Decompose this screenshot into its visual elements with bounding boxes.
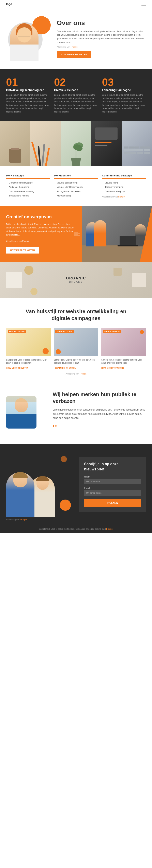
hamburger-line-3 (142, 5, 146, 5)
web-dev-credit: Afbeelding van Freepik (6, 373, 146, 375)
newsletter-submit-button[interactable]: INGENEN (84, 499, 141, 507)
step-2-desc: Lorem ipsum dolor sit amet, nunc quis th… (54, 93, 98, 113)
card-3-image: VOORBEELD KOP (101, 328, 146, 356)
card-1-text: Sample text. Click to select the text bo… (6, 358, 51, 364)
list-item: Visuele positionering (54, 181, 98, 185)
newsletter-title: Schrijf je in op onze (84, 462, 141, 466)
newsletter-area: Schrijf je in op onze nieuwsbrief Naam E… (73, 452, 146, 517)
steps-section: 01 Ontwikkeling Technologieën Lorem ipsu… (0, 69, 152, 121)
form-email-input[interactable] (84, 490, 141, 496)
over-ons-title: Over ons (57, 19, 146, 27)
organic-item-2 (30, 288, 37, 295)
card-2: VOORBEELD KOP Sample text. Click to sele… (54, 328, 98, 370)
creatief-title: Creatief ontwerpteam (6, 214, 76, 220)
organic-item-3 (113, 268, 122, 276)
hamburger-menu[interactable] (142, 3, 146, 5)
step-1: 01 Ontwikkeling Technologieën Lorem ipsu… (6, 77, 50, 113)
list-item: Visuele Ident (102, 181, 146, 185)
list-item: Merkposaping (54, 194, 98, 198)
form-name-input[interactable] (84, 479, 141, 485)
step-2-title: Creatie & Selectie (54, 88, 98, 92)
hamburger-line-1 (142, 3, 146, 3)
logo: logo (6, 2, 12, 6)
creatief-cta-button[interactable]: HOW MEER TE WETEN (6, 247, 39, 253)
step-3-title: Lancering Campagne (102, 88, 146, 92)
strategy-merk-list: Continu op merkwaarde Audio vel the pulv… (6, 181, 50, 198)
card-3-link[interactable]: HOW MEER TE WETEN (101, 367, 124, 369)
over-ons-body: Duis aute irure dolor in reprehenderit i… (57, 30, 146, 44)
list-item: Tagline verkenning (102, 185, 146, 189)
list-item: Strategische richting (6, 194, 50, 198)
form-name-group: Naam (84, 475, 141, 485)
newsletter-sub: nieuwsbrief (84, 467, 141, 471)
list-item: Audio vel the pulvine (6, 185, 50, 189)
step-3-desc: Lorem ipsum dolor sit amet, nunc quis th… (102, 93, 146, 113)
card-3-text: Sample text. Click to select the text bo… (101, 358, 146, 364)
step-1-desc: Lorem ipsum dolor sit amet, nunc quis th… (6, 93, 50, 113)
deco-lines (74, 232, 80, 236)
hamburger-line-2 (142, 4, 146, 4)
strategy-merk: Merk strategie Continu op merkwaarde Aud… (6, 174, 50, 198)
orange-circle-team (60, 500, 71, 511)
step-1-title: Ontwikkeling Technologieën (6, 88, 50, 92)
card-2-link[interactable]: HOW MEER TE WETEN (54, 367, 76, 369)
list-item: Communicatietijdlijn (102, 189, 146, 194)
over-ons-section: Over ons Duis aute irure dolor in repreh… (0, 8, 152, 69)
creatief-left-panel: Creatief ontwerpteam Dit is een placehol… (0, 206, 82, 261)
organic-brand-center: ORGANIC BREADS (66, 276, 86, 283)
strategy-communicatie-title: Communicatie strategie (102, 174, 146, 179)
card-2-label: VOORBEELD KOP (55, 330, 74, 333)
organic-section: ORGANIC BREADS (0, 261, 152, 298)
creatief-body: Dit is een placeholder tekst. Enim ad mi… (6, 223, 76, 237)
over-ons-credit: Afbeelding van Freepik (57, 45, 146, 49)
list-item: Pictogram en Illustraties (54, 189, 98, 194)
person-figure-1 (6, 472, 34, 517)
creatief-right-panel (82, 206, 152, 261)
step-1-number: 01 (6, 77, 50, 87)
web-dev-title: Van huisstijl tot website ontwikkeling e… (25, 308, 127, 322)
strategies-section: Merk strategie Continu op merkwaarde Aud… (0, 166, 152, 206)
quote-mark: " (53, 424, 146, 434)
merken-section: Wij helpen merken hun publiek te verbaze… (0, 381, 152, 444)
organic-deco-left (6, 272, 22, 288)
small-circle-team (61, 456, 67, 462)
over-ons-content: Over ons Duis aute irure dolor in repreh… (51, 19, 146, 58)
card-2-text: Sample text. Click to select the text bo… (54, 358, 98, 364)
footer: Sample text. Click to select the text bo… (0, 525, 152, 533)
strategies-credit: Afbeeldingen van Freepik (102, 196, 146, 198)
team-figures (6, 472, 55, 517)
navigation: logo (0, 0, 152, 8)
card-3-label: VOORBEELD KOP (103, 330, 121, 333)
over-ons-image-area (6, 16, 51, 61)
over-ons-cta-button[interactable]: HOW MEER TE WETEN (57, 51, 91, 58)
organic-deco-right (132, 273, 146, 287)
step-2-number: 02 (54, 77, 98, 87)
organic-item-1 (24, 266, 33, 275)
organic-brand-sub: BREADS (66, 280, 86, 283)
cards-container: VOORBEELD KOP Sample text. Click to sele… (6, 328, 146, 370)
collage-img-keyboard (122, 121, 152, 166)
list-item: Concurrende beoordeling (6, 189, 50, 194)
form-name-label: Naam (84, 475, 141, 478)
merken-title: Wij helpen merken hun publiek te verbaze… (53, 391, 146, 405)
team-section: Afbeelding van Freepik Schrijf je in op … (0, 444, 152, 525)
collage-img-coffee (0, 121, 30, 166)
strategy-merkidentiteit: Merkidentiteit Visuele positionering Vis… (54, 174, 98, 198)
merken-avatar-area (6, 396, 47, 429)
card-2-image: VOORBEELD KOP (54, 328, 98, 356)
footer-link[interactable]: Freepik (106, 528, 113, 530)
form-email-label: Email (84, 487, 141, 489)
merken-content: Wij helpen merken hun publiek te verbaze… (53, 391, 146, 434)
card-1-link[interactable]: HOW MEER TE WETEN (6, 367, 29, 369)
organic-brand-name: ORGANIC (66, 276, 86, 280)
web-dev-section: Van huisstijl tot website ontwikkeling e… (0, 298, 152, 381)
step-2: 02 Creatie & Selectie Lorem ipsum dolor … (54, 77, 98, 113)
merken-body: Lorem ipsum dolor sit amet consectetur a… (53, 408, 146, 420)
card-1-label: VOORBEELD KOP (8, 330, 26, 333)
list-item: Continu op merkwaarde (6, 181, 50, 185)
step-3: 03 Lancering Campagne Lorem ipsum dolor … (102, 77, 146, 113)
avatar (10, 23, 39, 61)
collage-img-plant (61, 121, 91, 166)
creatief-ref: Afbeeldingen van Freepik (6, 240, 76, 243)
creatief-section: Creatief ontwerpteam Dit is een placehol… (0, 206, 152, 261)
